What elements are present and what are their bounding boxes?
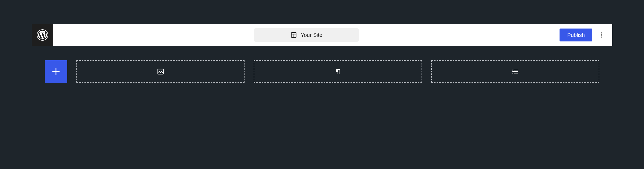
layout-icon	[291, 32, 297, 38]
toolbar-center: Your Site	[53, 24, 560, 46]
plus-icon	[51, 67, 61, 76]
wordpress-logo-icon	[36, 29, 49, 41]
svg-point-14	[512, 73, 514, 74]
list-block-placeholder[interactable]	[431, 60, 599, 83]
svg-point-13	[512, 69, 514, 71]
publish-button[interactable]: Publish	[560, 29, 592, 41]
image-block-placeholder[interactable]	[76, 60, 245, 83]
add-block-button[interactable]	[45, 60, 67, 83]
paragraph-icon	[334, 68, 342, 75]
svg-point-6	[601, 37, 602, 38]
svg-point-5	[601, 34, 602, 36]
svg-point-4	[601, 32, 602, 33]
toolbar-right: Publish	[560, 24, 612, 46]
editor-canvas	[32, 46, 612, 83]
paragraph-block-placeholder[interactable]	[254, 60, 422, 83]
site-selector-button[interactable]: Your Site	[254, 28, 359, 42]
more-vertical-icon	[598, 31, 605, 38]
editor-toolbar: Your Site Publish	[32, 24, 612, 46]
svg-rect-9	[158, 69, 163, 74]
wordpress-logo-button[interactable]	[32, 24, 53, 46]
more-options-button[interactable]	[597, 29, 606, 41]
image-icon	[157, 68, 164, 75]
list-icon	[511, 68, 519, 75]
publish-label: Publish	[567, 32, 585, 38]
svg-rect-1	[291, 33, 296, 37]
editor-window: Your Site Publish	[32, 24, 612, 169]
site-label: Your Site	[301, 32, 322, 38]
